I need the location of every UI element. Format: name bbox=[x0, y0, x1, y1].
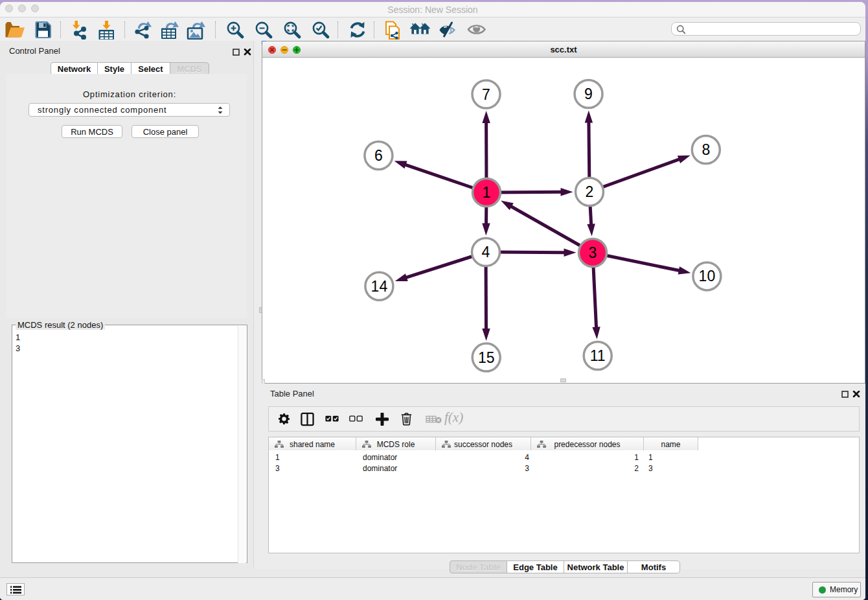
svg-text:1: 1 bbox=[483, 184, 491, 201]
svg-text:15: 15 bbox=[478, 349, 495, 366]
svg-text:14: 14 bbox=[371, 278, 388, 295]
svg-text:6: 6 bbox=[374, 147, 383, 164]
svg-text:3: 3 bbox=[589, 244, 597, 261]
svg-text:10: 10 bbox=[699, 268, 716, 284]
svg-text:11: 11 bbox=[590, 347, 606, 364]
svg-text:7: 7 bbox=[482, 86, 490, 103]
svg-text:4: 4 bbox=[482, 244, 490, 260]
svg-text:2: 2 bbox=[586, 183, 594, 200]
svg-text:9: 9 bbox=[584, 86, 593, 102]
svg-text:8: 8 bbox=[702, 141, 710, 158]
